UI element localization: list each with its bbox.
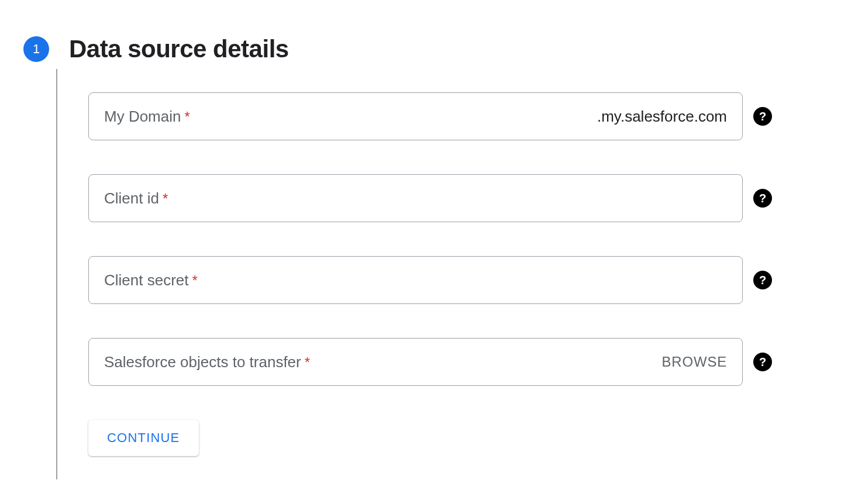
salesforce-objects-label: Salesforce objects to transfer * [104, 353, 310, 371]
help-icon[interactable]: ? [753, 189, 772, 208]
step-header: 1 Data source details [23, 35, 772, 63]
my-domain-suffix: .my.salesforce.com [597, 108, 727, 126]
client-id-label: Client id * [104, 189, 168, 208]
required-indicator: * [192, 272, 198, 289]
client-secret-input-box[interactable]: Client secret * [88, 256, 743, 304]
step-title: Data source details [69, 35, 289, 63]
step-body: My Domain * .my.salesforce.com ? Client … [56, 92, 772, 456]
help-icon[interactable]: ? [753, 107, 772, 126]
help-icon[interactable]: ? [753, 271, 772, 289]
my-domain-input[interactable] [195, 108, 592, 126]
required-indicator: * [163, 191, 168, 207]
field-client-secret: Client secret * ? [88, 256, 772, 304]
browse-button[interactable]: BROWSE [662, 354, 727, 370]
salesforce-objects-label-text: Salesforce objects to transfer [104, 353, 301, 371]
client-id-input-box[interactable]: Client id * [88, 174, 743, 222]
client-secret-input[interactable] [202, 271, 727, 289]
required-indicator: * [184, 109, 189, 125]
my-domain-label: My Domain * [104, 108, 190, 126]
field-salesforce-objects: Salesforce objects to transfer * BROWSE … [88, 338, 772, 386]
field-my-domain: My Domain * .my.salesforce.com ? [88, 92, 772, 140]
field-client-id: Client id * ? [88, 174, 772, 222]
step-data-source-details: 1 Data source details My Domain * .my.sa… [23, 35, 772, 456]
client-secret-label: Client secret * [104, 271, 198, 289]
client-id-input[interactable] [173, 189, 727, 208]
my-domain-label-text: My Domain [104, 108, 181, 126]
my-domain-input-box[interactable]: My Domain * .my.salesforce.com [88, 92, 743, 140]
client-secret-label-text: Client secret [104, 271, 189, 289]
salesforce-objects-box[interactable]: Salesforce objects to transfer * BROWSE [88, 338, 743, 386]
required-indicator: * [305, 354, 310, 371]
client-id-label-text: Client id [104, 189, 159, 208]
continue-button[interactable]: CONTINUE [88, 420, 199, 456]
help-icon[interactable]: ? [753, 353, 772, 371]
step-number-badge: 1 [23, 36, 49, 62]
